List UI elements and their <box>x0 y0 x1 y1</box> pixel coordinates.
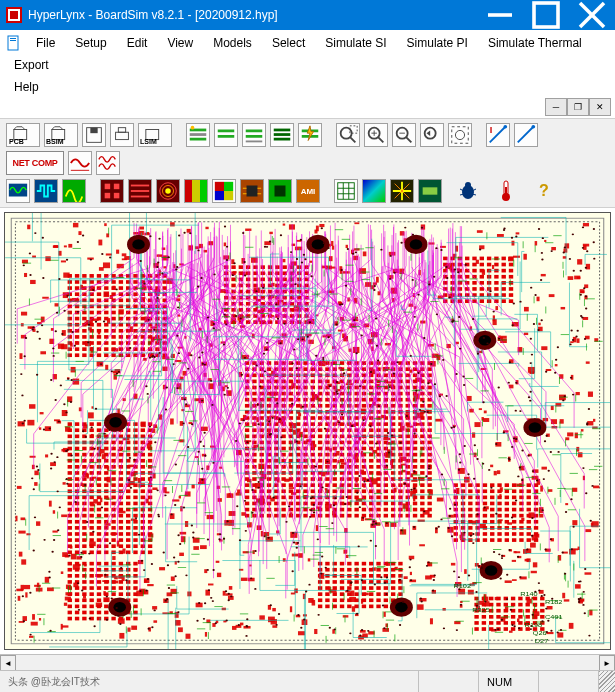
menu-simulate-thermal[interactable]: Simulate Thermal <box>478 32 592 54</box>
open-pcb-button[interactable]: PCB <box>6 123 40 147</box>
result-thermal-button[interactable] <box>362 179 386 203</box>
svg-rect-2680 <box>101 574 103 577</box>
svg-rect-1830 <box>575 584 581 588</box>
svg-rect-102 <box>75 274 79 278</box>
menu-setup[interactable]: Setup <box>65 32 116 54</box>
svg-rect-505 <box>141 428 145 432</box>
svg-rect-903 <box>340 465 344 469</box>
svg-point-3207 <box>272 497 274 499</box>
analysis-chip2-button[interactable] <box>268 179 292 203</box>
svg-rect-18 <box>190 133 207 136</box>
analysis-colorgrid-button[interactable] <box>212 179 236 203</box>
menu-file[interactable]: File <box>26 32 65 54</box>
svg-point-3217 <box>37 469 39 471</box>
svg-point-3254 <box>353 319 355 321</box>
svg-point-3642 <box>297 338 299 340</box>
scope-button[interactable] <box>6 179 30 203</box>
analysis-ami-button[interactable]: AMI <box>296 179 320 203</box>
result-grid-button[interactable] <box>334 179 358 203</box>
svg-point-3399 <box>174 575 176 577</box>
svg-rect-1549 <box>340 568 344 572</box>
result-cross-button[interactable] <box>390 179 414 203</box>
maximize-button[interactable] <box>523 0 569 30</box>
mdi-close-button[interactable]: ✕ <box>589 98 611 116</box>
menu-select[interactable]: Select <box>262 32 315 54</box>
svg-rect-2250 <box>511 241 514 246</box>
probe-current-button[interactable]: I <box>486 123 510 147</box>
svg-point-3610 <box>331 522 333 524</box>
padstack-button[interactable] <box>270 123 294 147</box>
menu-edit[interactable]: Edit <box>117 32 158 54</box>
zoom-in-button[interactable] <box>364 123 388 147</box>
zoom-area-button[interactable] <box>336 123 360 147</box>
svg-rect-1325 <box>468 489 472 493</box>
scroll-track[interactable] <box>16 655 599 670</box>
svg-point-3701 <box>334 628 336 630</box>
open-lsim-button[interactable]: LSIM <box>138 123 172 147</box>
waveform-button[interactable] <box>34 179 58 203</box>
svg-point-3748 <box>412 279 414 281</box>
stackup-button[interactable] <box>186 123 210 147</box>
open-bsim-button[interactable]: BSIM <box>44 123 78 147</box>
svg-rect-303 <box>68 538 72 542</box>
menu-simulate-pi[interactable]: Simulate PI <box>397 32 478 54</box>
help-icon[interactable]: ? <box>532 179 556 203</box>
svg-point-3456 <box>85 436 87 438</box>
svg-rect-1636 <box>489 621 493 625</box>
save-button[interactable] <box>82 123 106 147</box>
svg-point-3367 <box>386 465 388 467</box>
zoom-prev-button[interactable] <box>420 123 444 147</box>
svg-point-3387 <box>77 241 79 243</box>
menu-simulate-si[interactable]: Simulate SI <box>315 32 396 54</box>
svg-point-3392 <box>226 246 228 248</box>
red-multiwave-button[interactable] <box>96 151 120 175</box>
analysis-red2-button[interactable] <box>128 179 152 203</box>
thermometer-icon[interactable] <box>494 179 518 203</box>
svg-rect-148 <box>97 298 101 302</box>
svg-rect-2396 <box>572 520 577 525</box>
stackup-edit-button[interactable] <box>214 123 238 147</box>
svg-rect-1675 <box>540 603 544 607</box>
power-button[interactable] <box>298 123 322 147</box>
print-button[interactable] <box>110 123 134 147</box>
net-comp-button[interactable]: NET COMP <box>6 151 64 175</box>
menu-models[interactable]: Models <box>203 32 262 54</box>
mdi-minimize-button[interactable]: ─ <box>545 98 567 116</box>
svg-rect-1845 <box>413 498 415 501</box>
scroll-left-button[interactable]: ◄ <box>0 655 16 671</box>
menu-export[interactable]: Export <box>4 54 59 76</box>
probe-voltage-button[interactable] <box>514 123 538 147</box>
svg-rect-1301 <box>509 287 513 291</box>
zoom-fit-button[interactable] <box>448 123 472 147</box>
analysis-red1-button[interactable] <box>100 179 124 203</box>
svg-rect-1588 <box>376 562 380 566</box>
svg-point-3640 <box>459 348 461 350</box>
svg-rect-1406 <box>527 496 531 500</box>
svg-rect-2432 <box>549 294 555 297</box>
svg-rect-2411 <box>70 546 73 549</box>
svg-point-3576 <box>235 315 237 317</box>
resize-grip[interactable] <box>599 671 615 692</box>
mdi-restore-button[interactable]: ❐ <box>567 98 589 116</box>
analysis-stripe-button[interactable] <box>184 179 208 203</box>
horizontal-scrollbar[interactable]: ◄ ► <box>0 654 615 670</box>
menu-view[interactable]: View <box>157 32 203 54</box>
svg-rect-1967 <box>179 553 184 556</box>
red-wave-button[interactable] <box>68 151 92 175</box>
zoom-out-button[interactable] <box>392 123 416 147</box>
svg-point-3807 <box>515 410 517 412</box>
result-ddr-button[interactable] <box>418 179 442 203</box>
minimize-button[interactable] <box>477 0 523 30</box>
menu-help[interactable]: Help <box>4 76 611 98</box>
analysis-chip-button[interactable] <box>240 179 264 203</box>
svg-point-3166 <box>266 342 268 344</box>
stackup-view-button[interactable] <box>242 123 266 147</box>
svg-point-3393 <box>48 571 50 573</box>
svg-point-3144 <box>313 512 315 514</box>
batch-green-button[interactable] <box>62 179 86 203</box>
scroll-right-button[interactable]: ► <box>599 655 615 671</box>
pcb-canvas[interactable]: R102R140R182R325C491R198Q26D27 <box>4 212 611 650</box>
bug-icon[interactable] <box>456 179 480 203</box>
close-button[interactable] <box>569 0 615 30</box>
analysis-field-button[interactable] <box>156 179 180 203</box>
